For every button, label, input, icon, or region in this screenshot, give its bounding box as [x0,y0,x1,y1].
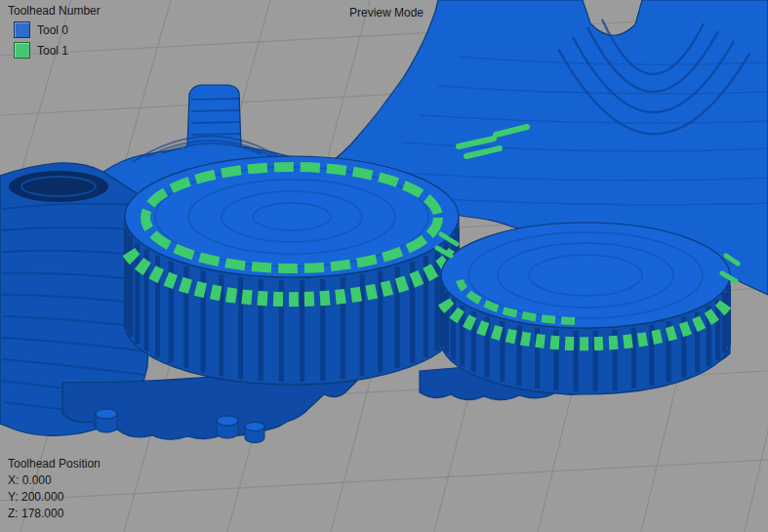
legend-label-tool1: Tool 1 [37,44,68,58]
left-gear-top [125,156,459,277]
right-gear-top [441,223,730,328]
preview-mode-label: Preview Mode [349,6,424,20]
legend: Toolhead Number Tool 0 Tool 1 [8,4,101,59]
tool0-swatch [14,21,30,38]
toolpath-render [0,0,768,532]
left-wall-hole [9,171,108,202]
toolhead-position: Toolhead Position X: 0.000 Y: 200.000 Z:… [8,457,101,520]
legend-item-tool1: Tool 1 [14,42,101,59]
position-x: X: 0.000 [8,473,101,487]
position-y: Y: 200.000 [8,490,101,504]
right-gear [441,223,730,394]
viewport-3d[interactable]: Toolhead Number Tool 0 Tool 1 Preview Mo… [0,0,768,532]
left-gear [125,156,459,385]
legend-title: Toolhead Number [8,4,101,18]
toolhead-position-title: Toolhead Position [8,457,101,471]
tool1-swatch [14,42,30,59]
legend-item-tool0: Tool 0 [14,21,101,38]
model-toolpath [0,0,768,443]
legend-label-tool0: Tool 0 [37,23,68,37]
position-z: Z: 178.000 [8,507,101,520]
